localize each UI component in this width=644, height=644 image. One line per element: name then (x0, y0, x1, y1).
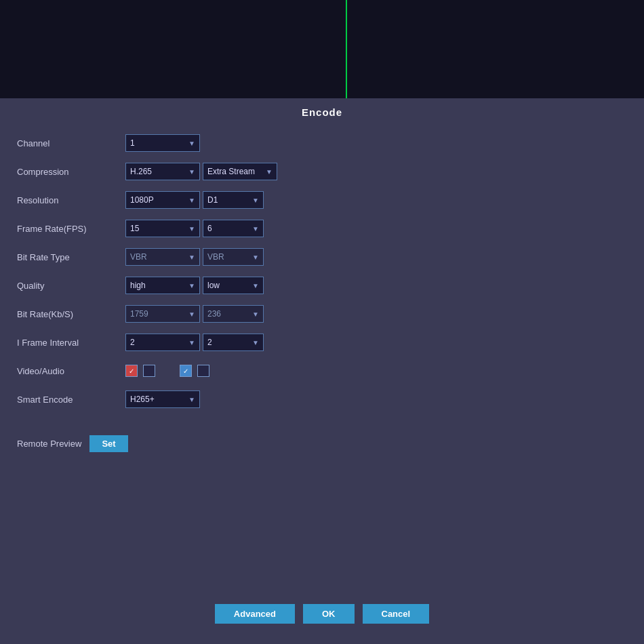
advanced-button[interactable]: Advanced (215, 604, 295, 624)
i-frame-interval-select-2[interactable]: 2 ▼ (203, 334, 264, 351)
quality-arrow-icon-2: ▼ (248, 282, 259, 289)
smart-encode-value: H265+ (130, 395, 155, 404)
resolution-select-1[interactable]: 1080P ▼ (125, 191, 200, 209)
i-frame-interval-value-1: 2 (130, 338, 135, 347)
bit-rate-kbs-value-1: 1759 (130, 309, 148, 319)
i-frame-interval-arrow-icon-1: ▼ (184, 339, 195, 346)
smart-encode-label: Smart Encode (17, 395, 125, 405)
bit-rate-type-arrow-icon-1: ▼ (184, 254, 195, 261)
compression-arrow-icon-2: ▼ (262, 168, 273, 176)
form-area: Channel 1 ▼ Compression H.265 ▼ Extra St… (0, 125, 644, 423)
remote-preview-label: Remote Preview (17, 439, 81, 449)
top-area (0, 0, 644, 98)
channel-select[interactable]: 1 ▼ (125, 134, 200, 152)
resolution-value-2: D1 (207, 195, 218, 205)
quality-select-2[interactable]: low ▼ (203, 277, 264, 294)
video-check-2-item: ✓ (180, 365, 192, 377)
bit-rate-type-arrow-icon-2: ▼ (248, 254, 259, 261)
frame-rate-arrow-icon-2: ▼ (248, 225, 259, 233)
video-checkbox-2[interactable]: ✓ (180, 365, 192, 377)
compression-value-2: Extra Stream (207, 167, 255, 176)
resolution-arrow-icon-1: ▼ (184, 197, 195, 204)
frame-rate-label: Frame Rate(FPS) (17, 224, 125, 234)
frame-rate-value-2: 6 (207, 224, 212, 233)
video-audio-row: Video/Audio ✓ ✓ (17, 359, 627, 382)
frame-rate-select-1[interactable]: 15 ▼ (125, 220, 200, 237)
quality-value-2: low (207, 281, 220, 290)
frame-rate-value-1: 15 (130, 224, 139, 233)
ok-button[interactable]: OK (303, 604, 355, 624)
video-check-1-item: ✓ (125, 365, 138, 377)
smart-encode-row: Smart Encode H265+ ▼ (17, 388, 627, 411)
compression-value-1: H.265 (130, 167, 152, 176)
i-frame-interval-value-2: 2 (207, 338, 212, 347)
compression-row: Compression H.265 ▼ Extra Stream ▼ (17, 160, 627, 183)
frame-rate-row: Frame Rate(FPS) 15 ▼ 6 ▼ (17, 217, 627, 240)
green-line-indicator (346, 0, 347, 98)
resolution-select-2[interactable]: D1 ▼ (203, 191, 264, 209)
remote-preview-section: Remote Preview Set (0, 423, 644, 459)
bit-rate-type-select-1[interactable]: VBR ▼ (125, 248, 200, 266)
channel-label: Channel (17, 138, 125, 148)
bit-rate-type-value-1: VBR (130, 252, 147, 262)
bit-rate-type-label: Bit Rate Type (17, 252, 125, 262)
resolution-row: Resolution 1080P ▼ D1 ▼ (17, 188, 627, 212)
compression-arrow-icon-1: ▼ (184, 168, 195, 176)
bottom-buttons: Advanced OK Cancel (0, 604, 644, 624)
audio-check-2-item (197, 365, 209, 377)
compression-label: Compression (17, 167, 125, 177)
i-frame-interval-arrow-icon-2: ▼ (248, 339, 259, 346)
smart-encode-arrow-icon: ▼ (184, 396, 195, 403)
video-checkbox-1[interactable]: ✓ (125, 365, 138, 377)
bit-rate-kbs-arrow-icon-1: ▼ (184, 310, 195, 318)
channel-arrow-icon: ▼ (184, 140, 195, 147)
quality-value-1: high (130, 281, 146, 290)
video-audio-checkboxes: ✓ ✓ (125, 365, 209, 377)
channel-value: 1 (130, 138, 135, 148)
audio-checkbox-1[interactable] (143, 365, 155, 377)
encode-dialog: Encode Channel 1 ▼ Compression H.265 ▼ E… (0, 98, 644, 644)
bit-rate-type-row: Bit Rate Type VBR ▼ VBR ▼ (17, 245, 627, 268)
quality-select-1[interactable]: high ▼ (125, 277, 200, 294)
smart-encode-select[interactable]: H265+ ▼ (125, 390, 200, 408)
bit-rate-kbs-value-2: 236 (207, 309, 221, 319)
bit-rate-type-value-2: VBR (207, 252, 224, 262)
frame-rate-arrow-icon-1: ▼ (184, 225, 195, 233)
bit-rate-kbs-row: Bit Rate(Kb/S) 1759 ▼ 236 ▼ (17, 302, 627, 325)
resolution-label: Resolution (17, 195, 125, 205)
set-button[interactable]: Set (89, 435, 127, 452)
bit-rate-type-select-2[interactable]: VBR ▼ (203, 248, 264, 266)
bit-rate-kbs-label: Bit Rate(Kb/S) (17, 309, 125, 319)
bit-rate-kbs-select-2[interactable]: 236 ▼ (203, 305, 264, 323)
resolution-arrow-icon-2: ▼ (248, 197, 259, 204)
dialog-title: Encode (0, 98, 644, 125)
audio-check-1-item (143, 365, 155, 377)
quality-label: Quality (17, 281, 125, 291)
quality-arrow-icon-1: ▼ (184, 282, 195, 289)
bit-rate-kbs-select-1[interactable]: 1759 ▼ (125, 305, 200, 323)
resolution-value-1: 1080P (130, 195, 154, 205)
quality-row: Quality high ▼ low ▼ (17, 274, 627, 297)
compression-select-2[interactable]: Extra Stream ▼ (203, 163, 277, 180)
frame-rate-select-2[interactable]: 6 ▼ (203, 220, 264, 237)
i-frame-interval-row: I Frame Interval 2 ▼ 2 ▼ (17, 331, 627, 354)
cancel-button[interactable]: Cancel (363, 604, 430, 624)
channel-row: Channel 1 ▼ (17, 132, 627, 155)
i-frame-interval-select-1[interactable]: 2 ▼ (125, 334, 200, 351)
compression-select-1[interactable]: H.265 ▼ (125, 163, 200, 180)
bit-rate-kbs-arrow-icon-2: ▼ (248, 310, 259, 318)
video-audio-label: Video/Audio (17, 366, 125, 376)
i-frame-interval-label: I Frame Interval (17, 338, 125, 348)
audio-checkbox-2[interactable] (197, 365, 209, 377)
